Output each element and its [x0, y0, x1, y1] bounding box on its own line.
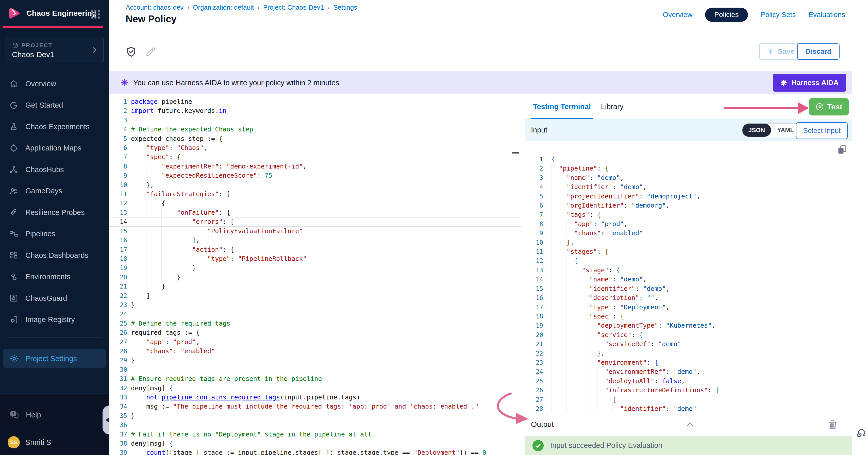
breadcrumb-settings[interactable]: Settings	[333, 4, 357, 11]
code-line[interactable]: 9 "expectedResilienceScore": 75	[110, 171, 521, 180]
format-json[interactable]: JSON	[742, 124, 771, 137]
code-line[interactable]: 4# Define the expected Chaos step	[110, 125, 521, 134]
save-button[interactable]: Save	[759, 43, 802, 60]
edit-pencil-icon[interactable]	[145, 45, 157, 59]
code-line[interactable]: 38deny[msg] {	[110, 439, 521, 448]
code-line[interactable]: 23 "environment": {	[525, 358, 852, 367]
code-line[interactable]: 6 "orgIdentifier": "demoorg",	[525, 201, 852, 210]
code-line[interactable]: 11 "failureStrategies": [	[110, 190, 521, 199]
code-line[interactable]: 8 "app": "prod",	[525, 220, 852, 229]
code-line[interactable]: 12 {	[525, 256, 852, 265]
collapse-output-icon[interactable]	[685, 420, 695, 429]
code-line[interactable]: 14 "name": "demo",	[525, 275, 852, 284]
shield-check-icon[interactable]	[125, 45, 137, 59]
format-yaml[interactable]: YAML	[771, 124, 800, 137]
sidebar-item-overview[interactable]: Overview	[0, 73, 109, 95]
discard-button[interactable]: Discard	[797, 43, 840, 60]
code-line[interactable]: 26 "infrastructureDefinitions": [	[525, 386, 852, 395]
tab-library[interactable]: Library	[599, 94, 626, 119]
code-line[interactable]: 18 "spec": {	[525, 312, 852, 321]
code-line[interactable]: 12 {	[110, 199, 521, 208]
code-line[interactable]: 26required_tags := {	[110, 328, 521, 337]
code-line[interactable]: 20 "service": {	[525, 330, 852, 339]
code-line[interactable]: 5 "projectIdentifier": "demoproject",	[525, 192, 852, 201]
code-line[interactable]: 3	[110, 116, 521, 125]
sidebar-item-get-started[interactable]: Get Started	[0, 95, 109, 116]
code-line[interactable]: 18 "type": "PipelineRollback"	[110, 254, 521, 263]
support-chat-icon[interactable]	[855, 427, 867, 439]
code-line[interactable]: 29}	[110, 356, 521, 365]
sidebar-item-gamedays[interactable]: GameDays	[0, 181, 109, 202]
code-line[interactable]: 13 "stage": {	[525, 266, 852, 275]
code-line[interactable]: 32deny[msg] {	[110, 384, 521, 393]
input-json-editor[interactable]: 1{2 "pipeline": {3 "name": "demo",4 "ide…	[525, 141, 852, 427]
code-line[interactable]: 1{	[525, 155, 852, 164]
sidebar-item-project-settings[interactable]: Project Settings	[3, 349, 106, 368]
code-line[interactable]: 10 },	[525, 238, 852, 247]
code-line[interactable]: 21 "serviceRef": "demo"	[525, 339, 852, 349]
code-line[interactable]: 5expected_chaos_step := {	[110, 134, 521, 143]
code-line[interactable]: 22 },	[525, 349, 852, 358]
harness-aida-button[interactable]: ❋ Harness AIDA	[773, 74, 846, 92]
code-line[interactable]: 27 "app": "prod",	[110, 337, 521, 347]
code-line[interactable]: 3 "name": "demo",	[525, 173, 852, 183]
sidebar-item-application-maps[interactable]: Application Maps	[0, 137, 109, 159]
top-nav-policy-sets[interactable]: Policy Sets	[761, 11, 796, 19]
code-line[interactable]: 27 {	[525, 395, 852, 404]
code-line[interactable]: 21 }	[110, 282, 521, 291]
code-line[interactable]: 28 "chaos": "enabled"	[110, 347, 521, 356]
code-line[interactable]: 19 }	[110, 263, 521, 272]
user-menu[interactable]: SS Smriti S	[8, 436, 51, 448]
code-line[interactable]: 7 "tags": {	[525, 210, 852, 219]
code-line[interactable]: 25# Define the required tags	[110, 319, 521, 328]
sidebar-item-resilience-probes[interactable]: Resilience Probes	[0, 202, 109, 223]
code-line[interactable]: 10 },	[110, 181, 521, 190]
sidebar-item-chaos-experiments[interactable]: Chaos Experiments	[0, 116, 109, 137]
breadcrumb-project[interactable]: Project: Chaos-Dev1	[263, 4, 324, 11]
test-button[interactable]: Test	[809, 98, 849, 116]
clear-output-icon[interactable]	[827, 418, 839, 431]
code-line[interactable]: 24 "environmentRef": "demo",	[525, 367, 852, 376]
code-line[interactable]: 34 msg := "The pipeline must include the…	[110, 402, 521, 411]
code-line[interactable]: 15 "PolicyEvaluationFailure"	[110, 227, 521, 236]
code-line[interactable]: 31# Ensure required tags are present in …	[110, 374, 521, 384]
module-grid-icon[interactable]	[90, 9, 101, 20]
sidebar-item-image-registry[interactable]: Image Registry	[0, 309, 109, 331]
code-line[interactable]: 20 }	[110, 273, 521, 282]
sidebar-item-chaos-dashboards[interactable]: Chaos Dashboards	[0, 245, 109, 266]
code-line[interactable]: 36	[110, 421, 521, 430]
policy-editor[interactable]: 1package pipeline2import future.keywords…	[110, 94, 521, 455]
code-line[interactable]: 16 ],	[110, 236, 521, 245]
sidebar-item-chaosguard[interactable]: ChaosGuard	[0, 288, 109, 309]
format-toggle[interactable]: JSON YAML	[742, 123, 801, 137]
code-line[interactable]: 15 "identifier": "demo",	[525, 284, 852, 293]
tab-testing-terminal[interactable]: Testing Terminal	[531, 94, 593, 119]
code-line[interactable]: 28 "identifier": "demo"	[525, 404, 852, 413]
code-line[interactable]: 22 ]	[110, 291, 521, 300]
code-line[interactable]: 25 "deployToAll": false,	[525, 377, 852, 386]
code-line[interactable]: 17 "type": "Deployment",	[525, 303, 852, 312]
code-line[interactable]: 7 "spec": {	[110, 153, 521, 162]
code-line[interactable]: 6 "type": "Chaos",	[110, 143, 521, 153]
code-line[interactable]: 9 "chaos": "enabled"	[525, 229, 852, 238]
code-line[interactable]: 24	[110, 310, 521, 319]
help-item[interactable]: ? Help	[9, 410, 41, 420]
code-line[interactable]: 30	[110, 365, 521, 374]
code-line[interactable]: 14 "errors": [	[110, 217, 521, 226]
code-line[interactable]: 2 "pipeline": {	[525, 164, 852, 173]
code-line[interactable]: 33 not pipeline_contains_required_tags(i…	[110, 393, 521, 402]
copy-icon[interactable]	[837, 144, 848, 155]
top-nav-overview[interactable]: Overview	[663, 11, 693, 19]
project-selector[interactable]: PROJECT Chaos-Dev1	[6, 37, 103, 63]
code-line[interactable]: 1package pipeline	[110, 97, 521, 106]
sidebar-item-environments[interactable]: Environments	[0, 266, 109, 288]
code-line[interactable]: 2import future.keywords.in	[110, 106, 521, 116]
breadcrumb-account[interactable]: Account: chaos-dev	[126, 4, 184, 11]
code-line[interactable]: 39 count([stage | stage := input.pipelin…	[110, 448, 521, 455]
code-line[interactable]: 37# Fail if there is no "Deployment" sta…	[110, 430, 521, 439]
top-nav-policies[interactable]: Policies	[705, 8, 748, 22]
top-nav-evaluations[interactable]: Evaluations	[808, 11, 845, 19]
code-line[interactable]: 4 "identifier": "demo",	[525, 183, 852, 192]
code-line[interactable]: 13 "onFailure": {	[110, 208, 521, 217]
code-line[interactable]: 16 "description": "",	[525, 293, 852, 302]
